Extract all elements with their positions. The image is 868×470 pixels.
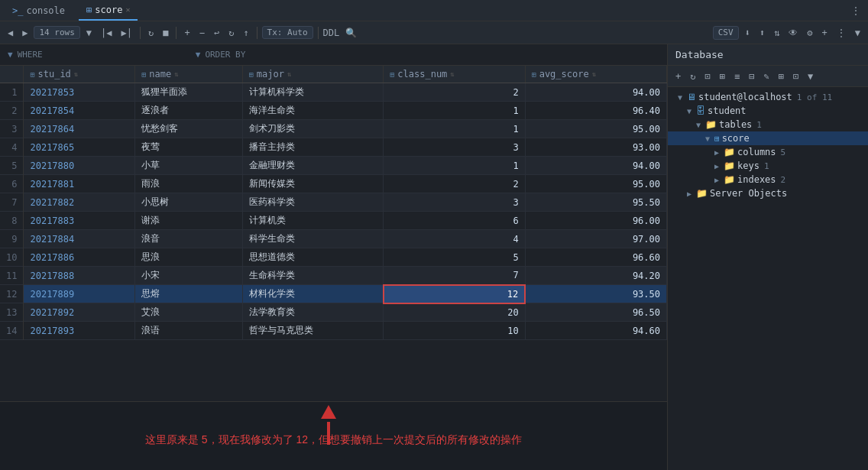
cell-stu_id[interactable]: 20217853 bbox=[24, 83, 135, 102]
cell-stu_id[interactable]: 20217886 bbox=[24, 248, 135, 267]
cell-class_num[interactable]: 2 bbox=[384, 175, 525, 193]
cell-name[interactable]: 夜莺 bbox=[135, 138, 243, 157]
cell-class_num[interactable]: 1 bbox=[384, 157, 525, 175]
cell-major[interactable]: 海洋生命类 bbox=[242, 102, 383, 120]
settings-btn[interactable]: ⚙ bbox=[804, 26, 815, 40]
table-row[interactable]: 1020217886思浪思想道德类596.60 bbox=[0, 248, 667, 267]
cell-avg_score[interactable]: 95.00 bbox=[525, 120, 666, 138]
next-btn[interactable]: ▶ bbox=[19, 26, 31, 40]
tree-db-student[interactable]: ▼ 🗄 student bbox=[668, 104, 868, 118]
table-row[interactable]: 420217865夜莺播音主持类393.00 bbox=[0, 138, 667, 157]
cell-major[interactable]: 法学教育类 bbox=[242, 303, 383, 322]
tree-score-table[interactable]: ▼ ⊞ score bbox=[668, 131, 868, 145]
cell-stu_id[interactable]: 20217864 bbox=[24, 120, 135, 138]
redo-cycle-btn[interactable]: ↻ bbox=[225, 26, 237, 40]
col-stu_id[interactable]: ⊞ stu_id ⇅ bbox=[24, 66, 135, 83]
view-btn[interactable]: 👁 bbox=[785, 26, 801, 40]
cell-major[interactable]: 生命科学类 bbox=[242, 267, 383, 285]
cell-major[interactable]: 医药科学类 bbox=[242, 193, 383, 212]
orderby-filter[interactable]: ▼ ORDER BY bbox=[196, 50, 246, 60]
db-toolbar-btn6[interactable]: ⊟ bbox=[746, 70, 757, 83]
cell-stu_id[interactable]: 20217881 bbox=[24, 175, 135, 193]
data-table-container[interactable]: ⊞ stu_id ⇅ ⊞ name ⇅ bbox=[0, 66, 667, 401]
cell-class_num[interactable]: 4 bbox=[384, 230, 525, 248]
table-row[interactable]: 720217882小思树医药科学类395.50 bbox=[0, 193, 667, 212]
cell-stu_id[interactable]: 20217865 bbox=[24, 138, 135, 157]
cell-avg_score[interactable]: 96.40 bbox=[525, 102, 666, 120]
cell-class_num[interactable]: 6 bbox=[384, 212, 525, 230]
cell-major[interactable]: 剑术刀影类 bbox=[242, 120, 383, 138]
table-row[interactable]: 820217883谢添计算机类696.00 bbox=[0, 212, 667, 230]
db-toolbar-btn1[interactable]: + bbox=[672, 70, 684, 83]
col-name[interactable]: ⊞ name ⇅ bbox=[135, 66, 243, 83]
cell-name[interactable]: 逐浪者 bbox=[135, 102, 243, 120]
more-btn[interactable]: ⋮ bbox=[834, 26, 849, 40]
csv-btn[interactable]: CSV bbox=[713, 26, 739, 40]
table-row[interactable]: 1220217889思熔材料化学类1293.50 bbox=[0, 285, 667, 303]
tree-indexes[interactable]: ▶ 📁 indexes 2 bbox=[668, 173, 868, 186]
cell-name[interactable]: 雨浪 bbox=[135, 175, 243, 193]
db-toolbar-btn2[interactable]: ↻ bbox=[687, 70, 698, 83]
cell-class_num[interactable]: 1 bbox=[384, 102, 525, 120]
cell-avg_score[interactable]: 94.60 bbox=[525, 322, 666, 340]
cell-class_num[interactable]: 7 bbox=[384, 267, 525, 285]
db-toolbar-btn7[interactable]: ✎ bbox=[760, 70, 772, 83]
cell-major[interactable]: 计算机科学类 bbox=[242, 83, 383, 102]
cell-stu_id[interactable]: 20217889 bbox=[24, 285, 135, 303]
db-toolbar-btn9[interactable]: ⊡ bbox=[790, 70, 802, 83]
cell-avg_score[interactable]: 94.00 bbox=[525, 83, 666, 102]
score-tab-close[interactable]: ✕ bbox=[125, 5, 130, 14]
cell-avg_score[interactable]: 95.00 bbox=[525, 175, 666, 193]
table-row[interactable]: 1320217892艾浪法学教育类2096.50 bbox=[0, 303, 667, 322]
table-row[interactable]: 520217880小草金融理财类194.00 bbox=[0, 157, 667, 175]
table-row[interactable]: 1120217888小宋生命科学类794.20 bbox=[0, 267, 667, 285]
db-toolbar-btn4[interactable]: ⊞ bbox=[717, 70, 728, 83]
search-btn[interactable]: 🔍 bbox=[342, 26, 360, 40]
cell-stu_id[interactable]: 20217880 bbox=[24, 157, 135, 175]
table-row[interactable]: 620217881雨浪新闻传媒类295.00 bbox=[0, 175, 667, 193]
cell-avg_score[interactable]: 97.00 bbox=[525, 230, 666, 248]
cell-name[interactable]: 思浪 bbox=[135, 248, 243, 267]
cell-stu_id[interactable]: 20217892 bbox=[24, 303, 135, 322]
tab-console[interactable]: >_ console bbox=[5, 0, 73, 21]
cell-stu_id[interactable]: 20217888 bbox=[24, 267, 135, 285]
cell-class_num[interactable]: 10 bbox=[384, 322, 525, 340]
cell-avg_score[interactable]: 94.00 bbox=[525, 157, 666, 175]
tx-auto-badge[interactable]: Tx: Auto bbox=[262, 26, 313, 39]
cell-avg_score[interactable]: 93.00 bbox=[525, 138, 666, 157]
table-row[interactable]: 220217854逐浪者海洋生命类196.40 bbox=[0, 102, 667, 120]
db-toolbar-btn5[interactable]: ≡ bbox=[731, 70, 743, 83]
cell-stu_id[interactable]: 20217882 bbox=[24, 193, 135, 212]
cell-name[interactable]: 浪语 bbox=[135, 322, 243, 340]
cell-major[interactable]: 新闻传媒类 bbox=[242, 175, 383, 193]
db-toolbar-btn8[interactable]: ⊞ bbox=[776, 70, 787, 83]
cell-class_num[interactable]: 5 bbox=[384, 248, 525, 267]
cell-name[interactable]: 浪音 bbox=[135, 230, 243, 248]
cell-class_num[interactable]: 3 bbox=[384, 193, 525, 212]
add-col-btn[interactable]: + bbox=[819, 26, 831, 40]
download-btn[interactable]: ⬇ bbox=[742, 26, 753, 40]
cell-name[interactable]: 狐狸半面添 bbox=[135, 83, 243, 102]
cell-stu_id[interactable]: 20217893 bbox=[24, 322, 135, 340]
ddl-btn[interactable]: DDL bbox=[323, 28, 340, 38]
table-row[interactable]: 120217853狐狸半面添计算机科学类294.00 bbox=[0, 83, 667, 102]
menu-icon[interactable]: ⋮ bbox=[848, 4, 863, 18]
pin-btn[interactable]: ⇅ bbox=[771, 26, 782, 40]
tree-columns[interactable]: ▶ 📁 columns 5 bbox=[668, 145, 868, 159]
cell-class_num[interactable]: 2 bbox=[384, 83, 525, 102]
table-row[interactable]: 320217864忧愁剑客剑术刀影类195.00 bbox=[0, 120, 667, 138]
cell-name[interactable]: 忧愁剑客 bbox=[135, 120, 243, 138]
first-btn[interactable]: |◀ bbox=[98, 26, 115, 40]
cell-name[interactable]: 小思树 bbox=[135, 193, 243, 212]
upload-btn[interactable]: ⬆ bbox=[756, 26, 768, 40]
table-row[interactable]: 1420217893浪语哲学与马克思类1094.60 bbox=[0, 322, 667, 340]
undo-btn[interactable]: ↩ bbox=[211, 26, 222, 40]
cell-class_num[interactable]: 3 bbox=[384, 138, 525, 157]
add-row-btn[interactable]: + bbox=[181, 26, 193, 40]
filter-btn[interactable]: ▼ bbox=[852, 26, 863, 40]
refresh-btn[interactable]: ↻ bbox=[145, 26, 157, 40]
cell-major[interactable]: 哲学与马克思类 bbox=[242, 322, 383, 340]
cell-class_num[interactable]: 12 bbox=[384, 285, 525, 303]
cell-avg_score[interactable]: 93.50 bbox=[525, 285, 666, 303]
cell-major[interactable]: 计算机类 bbox=[242, 212, 383, 230]
